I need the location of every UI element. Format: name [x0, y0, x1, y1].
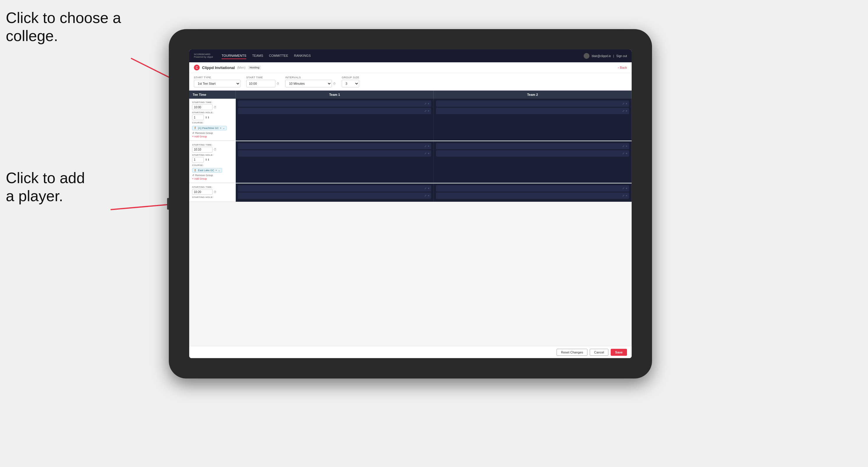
- tablet-screen: SCOREBOARD Powered by clippd TOURNAMENTS…: [189, 50, 632, 358]
- table-row: STARTING TIME: ⏱ STARTING HOLE: ⤢ ×: [189, 183, 632, 202]
- left-panel-row3: STARTING TIME: ⏱ STARTING HOLE:: [189, 183, 236, 202]
- nav-teams[interactable]: TEAMS: [252, 53, 263, 59]
- player-expand-icon11: ⤢: [622, 187, 625, 190]
- annotation-college: Click to choose a college.: [6, 9, 121, 45]
- player-expand-icon3: ⤢: [622, 102, 625, 105]
- time-clock-icon-r3: ⏱: [214, 190, 217, 194]
- clock-icon: ⏱: [277, 82, 279, 85]
- reset-changes-button[interactable]: Reset Changes: [557, 349, 587, 356]
- annotation-player-text: Click to add a player.: [6, 169, 85, 205]
- player-expand-icon2: ⤢: [424, 110, 427, 113]
- save-button[interactable]: Save: [611, 349, 627, 356]
- player-expand-icon5: ⤢: [424, 145, 427, 148]
- team2-cell-r2: ⤢ × ⤢ ×: [434, 141, 632, 183]
- nav-committee[interactable]: COMMITTEE: [269, 53, 288, 59]
- player-remove-icon4[interactable]: ×: [626, 110, 627, 113]
- course-dropdown-r1[interactable]: ⌄: [223, 127, 225, 130]
- nav-rankings[interactable]: RANKINGS: [294, 53, 311, 59]
- hole-stepper-r2[interactable]: ⬆⬇: [205, 158, 210, 161]
- player-row-r1-t1-2[interactable]: ⤢ ×: [238, 108, 431, 114]
- hole-stepper-r1[interactable]: ⬆⬇: [205, 116, 210, 119]
- player-expand-icon9: ⤢: [424, 187, 427, 190]
- left-panel-row1: STARTING TIME: ⏱ STARTING HOLE: ⬆⬇ COURS…: [189, 99, 236, 141]
- group-size-label: Group Size: [342, 76, 359, 79]
- left-panel-row2: STARTING TIME: ⏱ STARTING HOLE: ⬆⬇ COURS…: [189, 141, 236, 183]
- course-dropdown-r2[interactable]: ⌄: [218, 169, 220, 172]
- add-group-r2[interactable]: + Add Group: [192, 177, 232, 180]
- th-team1: Team 1: [236, 91, 434, 99]
- player-row-r2-t1-2[interactable]: ⤢ ×: [238, 150, 431, 157]
- player-remove-icon3[interactable]: ×: [626, 102, 627, 105]
- team2-cell-r3: ⤢ × ⤢ ×: [434, 183, 632, 202]
- intervals-select[interactable]: 10 Minutes: [285, 80, 332, 87]
- app-logo: SCOREBOARD Powered by clippd: [194, 53, 213, 59]
- starting-time-label-r2: STARTING TIME:: [192, 144, 232, 146]
- course-remove-r1[interactable]: ×: [220, 127, 221, 130]
- team2-cell-r1: ⤢ × ⤢ ×: [434, 99, 632, 141]
- course-tag-r2[interactable]: 🏌 East Lake GC × ⌄: [192, 168, 222, 173]
- player-remove-icon8[interactable]: ×: [626, 152, 627, 155]
- player-row-r2-t1-1[interactable]: ⤢ ×: [238, 143, 431, 149]
- player-row-r1-t1-1[interactable]: ⤢ ×: [238, 100, 431, 107]
- start-time-group: Start Time ⏱: [246, 76, 279, 87]
- course-name-r2: East Lake GC: [198, 169, 214, 172]
- cancel-button[interactable]: Cancel: [590, 349, 608, 356]
- starting-hole-input-r2[interactable]: [192, 157, 204, 163]
- course-label-r1: COURSE:: [192, 121, 232, 124]
- add-group-r1[interactable]: + Add Group: [192, 135, 232, 138]
- player-remove-icon10[interactable]: ×: [428, 194, 429, 197]
- player-row-r2-t2-1[interactable]: ⤢ ×: [436, 143, 629, 149]
- course-tag-r1[interactable]: 🏌 (A) Peachtree GC × ⌄: [192, 126, 227, 130]
- start-time-label: Start Time: [246, 76, 279, 79]
- player-row-r1-t2-1[interactable]: ⤢ ×: [436, 100, 629, 107]
- player-remove-icon[interactable]: ×: [428, 102, 429, 105]
- starting-time-input-r1[interactable]: [192, 104, 213, 110]
- starting-time-input-r3[interactable]: [192, 189, 213, 195]
- group-size-select[interactable]: 3: [342, 80, 359, 87]
- footer-bar: Reset Changes Cancel Save: [189, 346, 632, 358]
- player-expand-icon12: ⤢: [622, 194, 625, 197]
- start-time-input[interactable]: [246, 80, 275, 87]
- player-row-r2-t2-2[interactable]: ⤢ ×: [436, 150, 629, 157]
- starting-hole-label-r2: STARTING HOLE:: [192, 154, 232, 156]
- player-expand-icon4: ⤢: [622, 110, 625, 113]
- sign-out-link[interactable]: Sign out: [616, 55, 627, 58]
- th-tee-time: Tee Time: [189, 91, 236, 99]
- player-row-r1-t2-2[interactable]: ⤢ ×: [436, 108, 629, 114]
- team1-cell-r2: ⤢ × ⤢ ×: [236, 141, 434, 183]
- event-title: C Clippd Invitational (Men) Hosting: [194, 65, 261, 70]
- player-remove-icon2[interactable]: ×: [428, 110, 429, 113]
- player-remove-icon12[interactable]: ×: [626, 194, 627, 197]
- player-row-r3-t1-2[interactable]: ⤢ ×: [238, 192, 431, 199]
- starting-time-label-r1: STARTING TIME:: [192, 101, 232, 104]
- starting-time-input-r2[interactable]: [192, 147, 213, 153]
- player-row-r3-t1-1[interactable]: ⤢ ×: [238, 185, 431, 192]
- rows-container: STARTING TIME: ⏱ STARTING HOLE: ⬆⬇ COURS…: [189, 99, 632, 346]
- player-remove-icon5[interactable]: ×: [428, 145, 429, 148]
- nav-tournaments[interactable]: TOURNAMENTS: [221, 53, 246, 59]
- course-label-r2: COURSE:: [192, 164, 232, 166]
- remove-group-r1[interactable]: ↺ Remove Group: [192, 132, 232, 134]
- starting-hole-label-r3: STARTING HOLE:: [192, 196, 232, 198]
- start-type-select[interactable]: 1st Tee Start: [194, 80, 241, 87]
- remove-group-r2[interactable]: ↺ Remove Group: [192, 174, 232, 177]
- time-clock-icon-r2: ⏱: [214, 148, 217, 151]
- course-remove-r2[interactable]: ×: [215, 169, 217, 172]
- user-email: blair@clippd.io: [592, 55, 611, 58]
- action-links-r1: ↺ Remove Group + Add Group: [192, 132, 232, 138]
- starting-hole-input-r1[interactable]: [192, 115, 204, 120]
- intervals-icon: ⏱: [333, 82, 336, 85]
- player-remove-icon9[interactable]: ×: [428, 187, 429, 190]
- annotation-player: Click to add a player.: [6, 169, 85, 205]
- group-size-group: Group Size 3: [342, 76, 359, 87]
- action-links-r2: ↺ Remove Group + Add Group: [192, 174, 232, 180]
- content-area: Tee Time Team 1 Team 2 STARTING TIME: ⏱: [189, 91, 632, 346]
- divider: |: [613, 55, 614, 58]
- player-remove-icon6[interactable]: ×: [428, 152, 429, 155]
- player-row-r3-t2-1[interactable]: ⤢ ×: [436, 185, 629, 192]
- intervals-group: Intervals 10 Minutes ⏱: [285, 76, 336, 87]
- player-remove-icon7[interactable]: ×: [626, 145, 627, 148]
- back-button[interactable]: ‹ Back: [618, 66, 627, 69]
- player-remove-icon11[interactable]: ×: [626, 187, 627, 190]
- player-row-r3-t2-2[interactable]: ⤢ ×: [436, 192, 629, 199]
